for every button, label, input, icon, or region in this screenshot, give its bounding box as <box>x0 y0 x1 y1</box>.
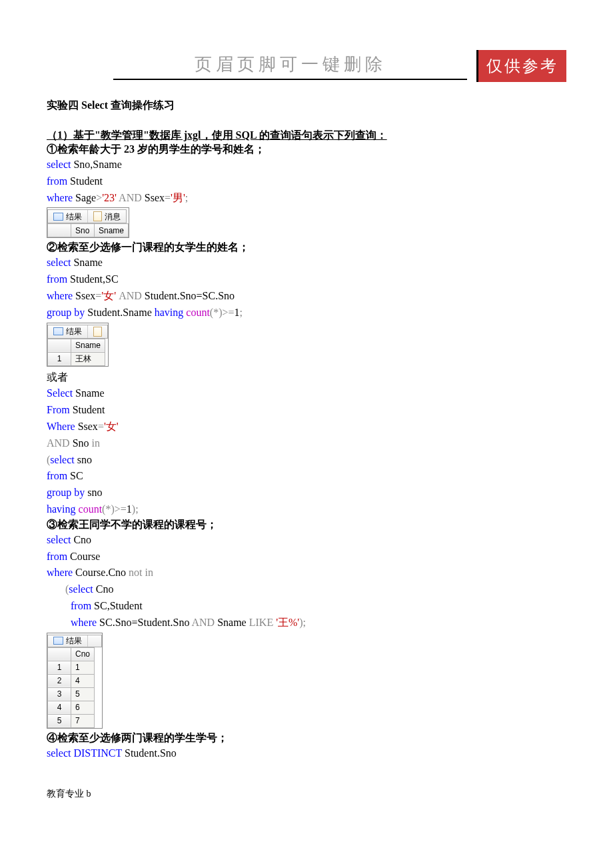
message-icon <box>93 211 102 221</box>
q3-result-grid: Cno 11 24 35 46 57 <box>47 647 95 728</box>
q1-code-line-1: select Sno,Sname <box>47 157 566 173</box>
q2b-line-2: From Student <box>47 402 566 419</box>
result-tab-results[interactable]: 结果 <box>48 635 88 647</box>
section-heading: （1）基于"教学管理"数据库 jxgl，使用 SQL 的查询语句表示下列查询： <box>47 129 566 143</box>
q2b-line-5: (select sno <box>47 452 566 469</box>
q3-heading: ③检索王同学不学的课程的课程号； <box>47 518 566 532</box>
result-tab-results[interactable]: 结果 <box>48 325 88 338</box>
document-title: 实验四 Select 查询操作练习 <box>47 99 566 113</box>
message-icon <box>93 327 102 337</box>
q2-heading: ②检索至少选修一门课程的女学生的姓名； <box>47 241 566 255</box>
table-row: 46 <box>48 701 95 714</box>
q1-result-block: 结果 消息 SnoSname <box>47 207 566 238</box>
grid-icon <box>53 637 63 645</box>
q2-code-line-3: where Ssex='女' AND Student.Sno=SC.Sno <box>47 288 566 305</box>
q2-result-grid: Sname 1王林 <box>47 339 105 366</box>
header-title: 页眉页脚可一键删除 <box>113 53 467 80</box>
q1-code-line-3: where Sage>'23' AND Ssex='男'; <box>47 190 566 207</box>
page-header: 页眉页脚可一键删除 仅供参考 <box>47 50 566 82</box>
q3-result-block: 结果 Cno 11 24 35 46 57 <box>47 633 566 729</box>
q2b-line-4: AND Sno in <box>47 435 566 452</box>
q2-code-line-4: group by Student.Sname having count(*)>=… <box>47 305 566 321</box>
header-badge: 仅供参考 <box>476 50 566 82</box>
q4-heading: ④检索至少选修两门课程的学生学号； <box>47 731 566 745</box>
q2b-line-8: having count(*)>=1); <box>47 501 566 518</box>
q3-line-6: where SC.Sno=Student.Sno AND Sname LIKE … <box>47 615 566 631</box>
q3-line-4: (select Cno <box>47 581 566 598</box>
q3-line-3: where Course.Cno not in <box>47 565 566 581</box>
result-tab-results[interactable]: 结果 <box>48 210 88 223</box>
table-row: 24 <box>48 674 95 687</box>
q3-line-5: from SC,Student <box>47 598 566 615</box>
q2b-line-6: from SC <box>47 468 566 485</box>
page-footer: 教育专业 b <box>47 788 566 800</box>
q2-result-block: 结果 Sname 1王林 <box>47 323 566 367</box>
or-text: 或者 <box>47 369 566 386</box>
q1-result-grid: SnoSname <box>47 223 129 237</box>
q2-code-line-2: from Student,SC <box>47 271 566 288</box>
q3-line-1: select Cno <box>47 532 566 549</box>
q3-line-2: from Course <box>47 549 566 565</box>
q2b-line-7: group by sno <box>47 485 566 501</box>
message-icon <box>93 637 96 645</box>
result-tab-messages[interactable]: 消息 <box>88 210 126 223</box>
q2b-line-1: Select Sname <box>47 385 566 402</box>
table-row: 57 <box>48 714 95 727</box>
q1-heading: ①检索年龄大于 23 岁的男学生的学号和姓名； <box>47 143 566 157</box>
grid-icon <box>53 327 63 335</box>
q1-code-line-2: from Student <box>47 173 566 190</box>
q2b-line-3: Where Ssex='女' <box>47 419 566 435</box>
result-tab-messages[interactable] <box>88 325 107 338</box>
grid-icon <box>53 213 63 221</box>
q4-line-1: select DISTINCT Student.Sno <box>47 745 566 762</box>
q2-code-line-1: select Sname <box>47 255 566 271</box>
table-row: 11 <box>48 661 95 674</box>
table-row: 35 <box>48 687 95 701</box>
result-tab-messages[interactable] <box>88 635 101 647</box>
